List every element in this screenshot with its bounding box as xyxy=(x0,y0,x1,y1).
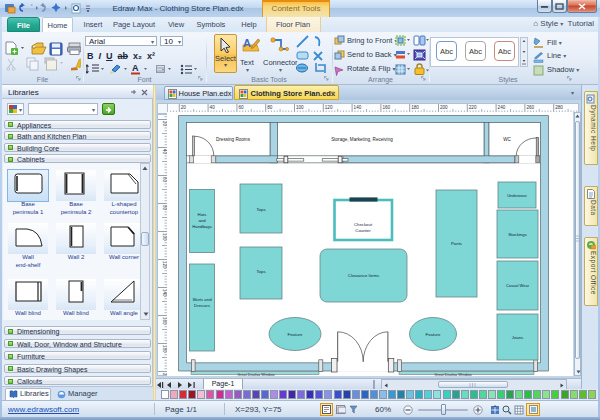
svg-text:220: 220 xyxy=(469,105,477,110)
svg-text:Tops: Tops xyxy=(256,207,265,212)
svg-text:40: 40 xyxy=(161,149,166,155)
svg-text:260: 260 xyxy=(526,105,534,110)
svg-text:100: 100 xyxy=(296,105,304,110)
svg-text:40: 40 xyxy=(210,105,216,110)
svg-text:240: 240 xyxy=(498,105,506,110)
svg-text:Pants: Pants xyxy=(451,241,462,246)
svg-text:80: 80 xyxy=(161,205,166,211)
svg-text:200: 200 xyxy=(440,105,448,110)
svg-text:Handbags: Handbags xyxy=(192,224,212,229)
svg-text:20: 20 xyxy=(161,121,166,127)
svg-text:Feature: Feature xyxy=(288,332,303,337)
svg-text:Dresses: Dresses xyxy=(194,303,210,308)
svg-text:Underwear: Underwear xyxy=(507,193,527,198)
svg-text:20: 20 xyxy=(181,105,187,110)
svg-text:and: and xyxy=(198,218,206,223)
svg-text:Great Display Window: Great Display Window xyxy=(434,373,472,376)
svg-text:120: 120 xyxy=(325,105,333,110)
svg-text:Skirts and: Skirts and xyxy=(192,297,212,302)
svg-text:Jeans: Jeans xyxy=(512,335,523,340)
svg-text:160: 160 xyxy=(382,105,390,110)
svg-text:Counter: Counter xyxy=(355,228,371,233)
svg-text:Clearance Items: Clearance Items xyxy=(348,273,379,278)
svg-text:Storage, Marketing, Receiving: Storage, Marketing, Receiving xyxy=(331,137,393,142)
svg-text:Checkout: Checkout xyxy=(354,222,373,227)
svg-text:60: 60 xyxy=(238,105,244,110)
svg-text:280: 280 xyxy=(555,105,563,110)
svg-text:Casual Wear: Casual Wear xyxy=(506,283,530,288)
svg-text:Feature: Feature xyxy=(426,332,441,337)
svg-text:60: 60 xyxy=(161,177,166,183)
svg-text:Dressing Rooms: Dressing Rooms xyxy=(216,137,251,142)
svg-text:Great Display Window: Great Display Window xyxy=(237,373,275,376)
svg-text:WC: WC xyxy=(503,137,511,142)
svg-text:80: 80 xyxy=(267,105,273,110)
svg-text:Stockings: Stockings xyxy=(508,232,527,237)
svg-text:Tops: Tops xyxy=(256,269,265,274)
svg-text:A: A xyxy=(132,63,139,73)
svg-text:Hats: Hats xyxy=(198,212,207,217)
svg-text:A: A xyxy=(243,37,251,49)
svg-text:180: 180 xyxy=(411,105,419,110)
svg-text:140: 140 xyxy=(354,105,362,110)
